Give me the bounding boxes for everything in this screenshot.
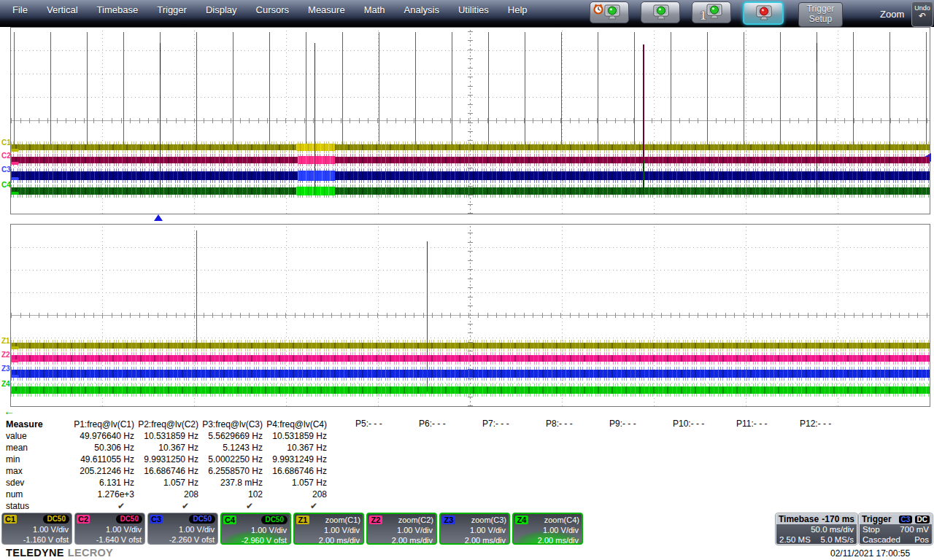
c2-descriptor-box[interactable]: C2 DC50 1.00 V/div -1.640 V ofst	[74, 513, 145, 545]
c4-descriptor-box[interactable]: C4 DC50 1.00 V/div -2.960 V ofst	[220, 513, 291, 545]
c4-vdiv: 1.00 V/div	[222, 525, 290, 535]
c3-trace[interactable]	[11, 171, 930, 180]
p4-status-check-icon: ✔	[263, 500, 327, 512]
menu-math[interactable]: Math	[355, 4, 395, 15]
top-menu-bar: File Vertical Timebase Trigger Display C…	[0, 0, 934, 27]
c3-descriptor-box[interactable]: C3 DC50 1.00 V/div -2.260 V ofst	[147, 513, 218, 545]
p1-status-check-icon: ✔	[69, 500, 134, 512]
teledyne-lecroy-logo: TELEDYNELECROY	[6, 547, 113, 559]
auto-trigger-icon	[593, 4, 625, 21]
z2-descriptor-box[interactable]: Z2 zoom(C2) 1.00 V/div 2.00 ms/div	[366, 513, 437, 545]
waveform-spike	[598, 32, 598, 145]
p1-value: 49.976640 Hz	[69, 430, 134, 442]
c2-vdiv: 1.00 V/div	[75, 524, 144, 534]
c2-coupling-badge: DC50	[116, 515, 142, 524]
single-trigger-button[interactable]: 1	[692, 1, 731, 23]
z3-descriptor-box[interactable]: Z3 zoom(C3) 1.00 V/div 2.00 ms/div	[439, 513, 510, 545]
p3-num: 102	[198, 489, 263, 500]
c1-trace-label[interactable]: C1	[1, 139, 11, 147]
auto-trigger-button[interactable]	[590, 1, 629, 23]
menu-trigger[interactable]: Trigger	[147, 4, 196, 15]
menu-file[interactable]: File	[3, 4, 37, 15]
z4-level-marker[interactable]	[11, 391, 19, 394]
undo-button[interactable]: Undo ↶	[911, 1, 933, 27]
measure-p12[interactable]: P12:- - -	[800, 419, 863, 429]
c4-coupling-badge: DC50	[261, 516, 287, 524]
z2-trace-label[interactable]: Z2	[1, 351, 10, 359]
trigger-setup-button[interactable]: Trigger Setup	[798, 2, 843, 27]
waveform-spike	[87, 32, 88, 145]
z4-descriptor-box[interactable]: Z4 zoom(C4) 1.00 V/div 2.00 ms/div	[512, 513, 583, 545]
c4-trace-label[interactable]: C4	[1, 182, 11, 189]
waveform-spike	[671, 32, 671, 145]
c1-trace[interactable]	[11, 144, 930, 150]
menu-cursors[interactable]: Cursors	[247, 4, 299, 15]
measure-p10[interactable]: P10:- - -	[673, 419, 736, 429]
c2-trace-label[interactable]: C2	[1, 152, 11, 160]
p3-sdev: 237.8 mHz	[198, 477, 263, 489]
c3-level-marker[interactable]	[11, 177, 19, 180]
measure-p2-header[interactable]: P2:freq@lv(C2)	[134, 419, 198, 430]
z4-chip: Z4	[515, 516, 528, 524]
waveform-spike	[525, 32, 525, 145]
z2-trace[interactable]	[11, 355, 930, 362]
c2-offset: -1.640 V ofst	[75, 534, 144, 545]
z1-trace[interactable]	[11, 343, 930, 349]
c1-chip: C1	[4, 515, 17, 524]
z3-vdiv: 1.00 V/div	[441, 525, 509, 535]
zoom-position-arrow-icon[interactable]: ←	[4, 406, 15, 416]
menu-timebase[interactable]: Timebase	[88, 4, 148, 15]
trigger-time-marker[interactable]	[154, 214, 163, 221]
waveform-spike	[744, 32, 744, 145]
p1-max: 205.21246 Hz	[69, 465, 134, 477]
p2-sdev: 1.057 Hz	[134, 477, 198, 489]
c4-trace[interactable]	[11, 187, 930, 195]
p2-num: 208	[134, 489, 198, 500]
z1-descriptor-box[interactable]: Z1 zoom(C1) 1.00 V/div 2.00 ms/div	[293, 513, 364, 545]
measure-p4-header[interactable]: P4:freq@lv(C4)	[263, 419, 327, 430]
c1-descriptor-box[interactable]: C1 DC50 1.00 V/div -1.160 V ofst	[1, 513, 72, 545]
p1-sdev: 6.131 Hz	[69, 477, 134, 489]
c4-level-marker[interactable]	[11, 192, 19, 195]
menu-measure[interactable]: Measure	[298, 4, 355, 15]
waveform-spike	[379, 32, 379, 145]
measure-p7[interactable]: P7:- - -	[482, 419, 546, 429]
measure-p8[interactable]: P8:- - -	[546, 419, 609, 429]
measure-p11[interactable]: P11:- - -	[736, 419, 800, 429]
z3-trace[interactable]	[11, 370, 930, 378]
z2-chip: Z2	[369, 516, 382, 524]
menu-vertical[interactable]: Vertical	[37, 4, 88, 15]
timebase-box[interactable]: Timebase -170 ms 50.0 ms/div 2.50 MS 5.0…	[776, 513, 857, 545]
z1-level-marker[interactable]	[11, 346, 19, 349]
row-label-max: max	[6, 465, 69, 477]
z3-chip: Z3	[442, 516, 455, 524]
z1-trace-label[interactable]: Z1	[1, 338, 10, 345]
c2-level-marker[interactable]	[11, 162, 19, 165]
measure-p3-header[interactable]: P3:freq@lv(C3)	[198, 419, 263, 430]
waveform-spike	[853, 32, 854, 145]
waveform-spike-special	[427, 273, 428, 392]
z3-level-marker[interactable]	[11, 375, 19, 378]
z2-level-marker[interactable]	[11, 359, 19, 362]
measure-p1-header[interactable]: P1:freq@lv(C1)	[69, 419, 134, 430]
trigger-box[interactable]: Trigger C3 DC Stop 700 mV Cascaded Pos	[859, 513, 933, 545]
measure-p5[interactable]: P5:- - -	[355, 419, 419, 429]
z3-trace-label[interactable]: Z3	[1, 365, 10, 373]
measure-p6[interactable]: P6:- - -	[419, 419, 482, 429]
menu-analysis[interactable]: Analysis	[395, 4, 449, 15]
p2-mean: 10.367 Hz	[134, 442, 198, 454]
menu-help[interactable]: Help	[498, 4, 537, 15]
c1-level-marker[interactable]	[11, 149, 19, 152]
z4-trace[interactable]	[11, 386, 930, 394]
waveform-spike-special	[643, 44, 644, 160]
c2-trace[interactable]	[11, 157, 930, 163]
normal-trigger-button[interactable]	[641, 1, 680, 23]
c3-trace-label[interactable]: C3	[1, 166, 11, 174]
stop-trigger-button[interactable]	[743, 1, 784, 25]
measure-p9[interactable]: P9:- - -	[609, 419, 673, 429]
timebase-samples: 2.50 MS	[779, 534, 811, 545]
z4-trace-label[interactable]: Z4	[1, 381, 10, 388]
menu-utilities[interactable]: Utilities	[449, 4, 498, 15]
menu-display[interactable]: Display	[196, 4, 247, 15]
waveform-spike-special	[643, 160, 644, 195]
